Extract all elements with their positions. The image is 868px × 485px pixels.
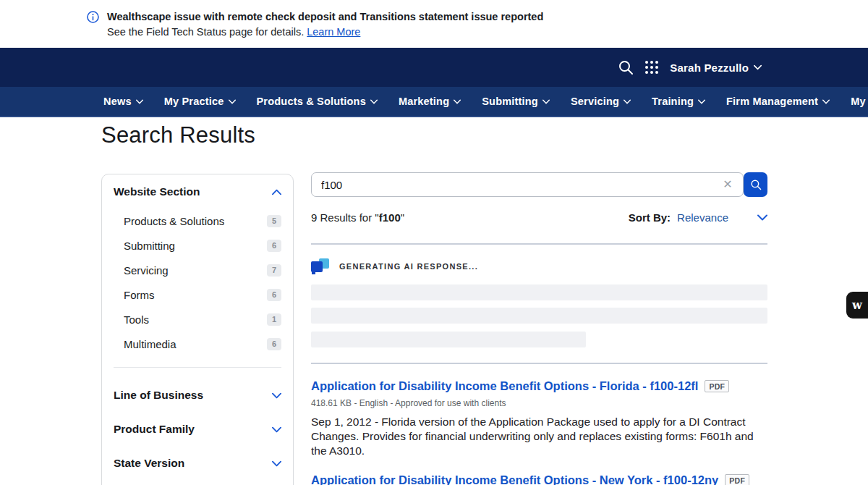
nav-item-my-massmutual[interactable]: My MassMutual	[851, 96, 868, 107]
loading-skeleton-bar	[311, 284, 767, 300]
nav-label: My Practice	[164, 96, 224, 107]
count-badge: 6	[267, 240, 281, 252]
result-meta: 418.61 KB - English - Approved for use w…	[311, 398, 767, 408]
user-name: Sarah Pezzullo	[670, 62, 749, 74]
ai-status-text: GENERATING AI RESPONSE...	[339, 262, 478, 271]
filter-section-label: Website Section	[114, 185, 200, 198]
filter-item-products-solutions[interactable]: Products & Solutions 5	[124, 208, 281, 233]
nav-item-products-solutions[interactable]: Products & Solutions	[257, 96, 378, 107]
nav-label: Marketing	[399, 96, 449, 107]
filter-item-label: Multimedia	[124, 338, 176, 350]
sort-by-value[interactable]: Relevance	[677, 211, 728, 224]
filter-item-multimedia[interactable]: Multimedia 6	[124, 332, 281, 356]
count-badge: 6	[267, 338, 281, 350]
chevron-down-icon	[542, 99, 550, 104]
page-title: Search Results	[101, 122, 255, 148]
chevron-down-icon	[272, 426, 281, 433]
nav-label: Submitting	[482, 96, 538, 107]
filter-section-state-version[interactable]: State Version	[114, 457, 281, 470]
info-icon	[87, 11, 99, 23]
alert-banner: Wealthscape issue with remote check depo…	[0, 0, 868, 48]
main-nav: News My Practice Products & Solutions Ma…	[0, 87, 868, 117]
results-count-prefix: 9 Results for "	[311, 211, 379, 224]
nav-item-firm-management[interactable]: Firm Management	[726, 96, 830, 107]
chevron-down-icon[interactable]	[757, 214, 767, 221]
search-result: Application for Disability Income Benefi…	[311, 379, 767, 458]
filter-item-label: Servicing	[124, 264, 169, 277]
loading-skeleton-bar	[311, 332, 586, 347]
sort-by-control: Sort By: Relevance	[629, 211, 767, 224]
ai-chat-icon	[311, 258, 329, 275]
filter-item-submitting[interactable]: Submitting 6	[124, 233, 281, 258]
alert-subtitle: See the Field Tech Status page for detai…	[107, 25, 543, 39]
count-badge: 1	[267, 313, 281, 326]
chevron-up-icon	[272, 189, 281, 195]
divider	[311, 243, 767, 245]
filter-section-product-family[interactable]: Product Family	[114, 423, 281, 436]
chevron-down-icon	[272, 392, 281, 399]
widget-label: w	[852, 298, 862, 312]
search-icon	[750, 179, 762, 190]
search-input[interactable]	[311, 172, 744, 197]
chevron-down-icon	[624, 99, 631, 104]
nav-item-servicing[interactable]: Servicing	[571, 96, 631, 107]
nav-label: Servicing	[571, 96, 619, 107]
count-badge: 5	[267, 215, 281, 227]
loading-skeleton-bar	[311, 308, 767, 324]
result-title-link[interactable]: Application for Disability Income Benefi…	[311, 379, 698, 393]
nav-label: Products & Solutions	[257, 96, 366, 107]
nav-item-marketing[interactable]: Marketing	[399, 96, 461, 107]
filter-item-forms[interactable]: Forms 6	[124, 282, 281, 307]
side-widget-tab[interactable]: w	[846, 292, 868, 319]
nav-label: Training	[652, 96, 694, 107]
results-count-query: f100	[379, 211, 401, 224]
results-column: ✕ 9 Results for "f100" Sort By: Relevanc…	[311, 172, 767, 485]
count-badge: 7	[267, 264, 281, 277]
nav-item-training[interactable]: Training	[652, 96, 705, 107]
filter-section-website-section[interactable]: Website Section	[114, 185, 281, 198]
filter-section-label: Product Family	[114, 423, 195, 436]
filter-item-label: Products & Solutions	[124, 215, 224, 227]
filter-section-label: State Version	[114, 457, 184, 470]
filter-item-label: Forms	[124, 289, 155, 301]
filter-item-label: Submitting	[124, 240, 175, 252]
chevron-down-icon	[136, 99, 143, 104]
pdf-badge: PDF	[705, 380, 729, 392]
count-badge: 6	[267, 289, 281, 301]
page: Wealthscape issue with remote check depo…	[0, 0, 868, 485]
search-icon[interactable]	[618, 59, 634, 75]
learn-more-link[interactable]: Learn More	[307, 26, 360, 38]
result-description: Sep 1, 2012 - Florida version of the App…	[311, 415, 763, 458]
search-result: Application for Disability Income Benefi…	[311, 473, 767, 485]
search-button[interactable]	[744, 172, 767, 197]
search-bar: ✕	[311, 172, 767, 197]
top-bar: Sarah Pezzullo	[0, 48, 868, 87]
app-grid-icon[interactable]	[644, 60, 659, 75]
chevron-down-icon	[272, 460, 281, 467]
chevron-down-icon	[754, 64, 762, 70]
nav-label: News	[103, 96, 132, 107]
filter-item-servicing[interactable]: Servicing 7	[124, 258, 281, 282]
filter-item-tools[interactable]: Tools 1	[124, 307, 281, 332]
alert-title: Wealthscape issue with remote check depo…	[107, 9, 543, 24]
nav-item-news[interactable]: News	[103, 96, 143, 107]
chevron-down-icon	[454, 99, 461, 104]
results-count: 9 Results for "f100"	[311, 211, 404, 224]
chevron-down-icon	[822, 99, 830, 104]
result-title-link[interactable]: Application for Disability Income Benefi…	[311, 473, 718, 485]
chevron-down-icon	[698, 99, 705, 104]
clear-search-icon[interactable]: ✕	[721, 178, 734, 191]
filter-section-line-of-business[interactable]: Line of Business	[114, 389, 281, 402]
divider	[311, 363, 767, 364]
filter-section-label: Line of Business	[114, 389, 203, 402]
nav-label: My MassMutual	[851, 96, 868, 107]
pdf-badge: PDF	[725, 474, 749, 485]
chevron-down-icon	[370, 99, 378, 104]
filters-panel: Website Section Products & Solutions 5 S…	[101, 174, 294, 485]
results-count-suffix: "	[401, 211, 404, 224]
nav-item-my-practice[interactable]: My Practice	[164, 96, 236, 107]
sort-by-label: Sort By:	[629, 211, 671, 224]
nav-item-submitting[interactable]: Submitting	[482, 96, 550, 107]
results-summary-row: 9 Results for "f100" Sort By: Relevance	[311, 209, 767, 225]
user-menu[interactable]: Sarah Pezzullo	[670, 62, 762, 74]
